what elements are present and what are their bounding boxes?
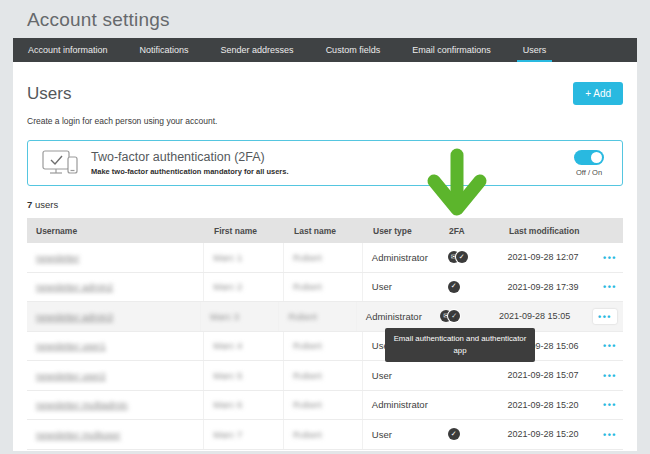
table-row: newsletter admin2 Marc 2 Robert User ✓ 2… bbox=[27, 273, 623, 303]
tab[interactable]: Custom fields bbox=[318, 38, 389, 62]
column-header: First name bbox=[205, 226, 285, 236]
username-cell: newsletter user2 bbox=[27, 361, 204, 390]
ellipsis-icon: ••• bbox=[603, 341, 617, 351]
last-modification-cell: 2021-09-28 12:07 bbox=[498, 252, 594, 262]
settings-card: Users + Add Create a login for each pers… bbox=[13, 62, 637, 451]
last-name-cell: Robert bbox=[284, 332, 363, 361]
tab[interactable]: Users bbox=[515, 38, 555, 62]
first-name-cell: Marc 2 bbox=[204, 273, 284, 302]
table-row: newsletter Marc 1 Robert Administrator ✉… bbox=[27, 243, 623, 273]
username-cell: newsletter user1 bbox=[27, 332, 204, 361]
users-count: 7 users bbox=[27, 199, 623, 210]
row-actions-cell: ••• bbox=[594, 340, 623, 351]
tab[interactable]: Sender addresses bbox=[213, 38, 302, 62]
add-user-button[interactable]: + Add bbox=[573, 82, 623, 105]
username-cell: newsletter multiuser bbox=[27, 420, 204, 449]
table-row: newsletter user2 Marc 5 Robert User 2021… bbox=[27, 361, 623, 391]
tab-bar: Account information Notifications Sender… bbox=[13, 38, 637, 62]
user-type-cell: User bbox=[363, 281, 439, 292]
username-link[interactable]: newsletter admin3 bbox=[36, 311, 113, 322]
twofa-banner: Two-factor authentication (2FA) Make two… bbox=[27, 140, 623, 186]
row-actions-cell: ••• bbox=[594, 399, 623, 410]
row-actions-button[interactable]: ••• bbox=[603, 399, 617, 410]
username-cell: newsletter admin3 bbox=[27, 302, 201, 331]
username-link[interactable]: newsletter user2 bbox=[36, 370, 106, 381]
first-name-cell: Marc 4 bbox=[204, 332, 284, 361]
tab[interactable]: Email confirmations bbox=[404, 38, 499, 62]
toggle-knob bbox=[591, 152, 602, 163]
column-header: User type bbox=[364, 226, 440, 236]
column-header: Username bbox=[27, 226, 205, 236]
last-modification-cell: 2021-09-28 15:05 bbox=[490, 311, 584, 321]
app-auth-icon: ✓ bbox=[456, 251, 468, 263]
page-title: Account settings bbox=[0, 0, 650, 31]
username-cell: newsletter multiadmin bbox=[27, 391, 204, 420]
ellipsis-icon: ••• bbox=[603, 400, 617, 410]
last-modification-cell: 2021-09-28 15:20 bbox=[498, 400, 594, 410]
row-actions-cell: ••• bbox=[594, 370, 623, 381]
ellipsis-icon: ••• bbox=[603, 282, 617, 292]
twofa-subtitle: Make two-factor authentication mandatory… bbox=[91, 167, 289, 176]
user-type-cell: Administrator bbox=[363, 399, 439, 410]
row-actions-button[interactable]: ••• bbox=[593, 309, 617, 324]
username-link[interactable]: newsletter multiadmin bbox=[36, 399, 128, 410]
username-cell: newsletter admin2 bbox=[27, 273, 204, 302]
twofa-title: Two-factor authentication (2FA) bbox=[91, 150, 289, 164]
username-link[interactable]: newsletter multiuser bbox=[36, 429, 120, 440]
tab[interactable]: Notifications bbox=[132, 38, 197, 62]
twofa-enabled-icon: ✓ bbox=[448, 281, 460, 293]
column-header: Last name bbox=[285, 226, 364, 236]
table-row: newsletter multiadmin Marc 6 Robert Admi… bbox=[27, 391, 623, 421]
twofa-tooltip: Email authentication and authenticator a… bbox=[385, 328, 535, 362]
row-actions-button[interactable]: ••• bbox=[603, 340, 617, 351]
row-actions-button[interactable]: ••• bbox=[603, 370, 617, 381]
device-check-icon bbox=[42, 150, 78, 177]
last-name-cell: Robert bbox=[284, 420, 363, 449]
ellipsis-icon: ••• bbox=[603, 371, 617, 381]
row-actions-cell: ••• bbox=[594, 281, 623, 292]
row-actions-cell: ••• bbox=[584, 309, 623, 324]
user-type-cell: User bbox=[363, 370, 439, 381]
ellipsis-icon: ••• bbox=[603, 430, 617, 440]
table-header: UsernameFirst nameLast nameUser type2FAL… bbox=[27, 218, 623, 243]
last-modification-cell: 2021-09-28 15:20 bbox=[498, 429, 594, 439]
row-actions-cell: ••• bbox=[594, 429, 623, 440]
hand-cursor-icon: ☝ bbox=[450, 310, 457, 323]
ellipsis-icon: ••• bbox=[598, 312, 612, 322]
row-actions-button[interactable]: ••• bbox=[603, 429, 617, 440]
username-link[interactable]: newsletter admin2 bbox=[36, 281, 113, 292]
first-name-cell: Marc 6 bbox=[204, 391, 284, 420]
tab[interactable]: Account information bbox=[20, 38, 116, 62]
twofa-cell: ✉✓ bbox=[431, 310, 490, 322]
twofa-enabled-icon: ✓ bbox=[448, 428, 460, 440]
last-name-cell: Robert bbox=[284, 273, 363, 302]
last-name-cell: Robert bbox=[279, 302, 356, 331]
green-arrow-icon bbox=[424, 147, 490, 225]
row-actions-button[interactable]: ••• bbox=[603, 281, 617, 292]
users-count-label: users bbox=[32, 199, 58, 210]
username-cell: newsletter bbox=[27, 243, 204, 272]
user-type-cell: Administrator bbox=[363, 252, 439, 263]
username-link[interactable]: newsletter user1 bbox=[36, 340, 106, 351]
first-name-cell: Marc 5 bbox=[204, 361, 284, 390]
table-row: newsletter admin3 Marc 3 Robert Administ… bbox=[27, 302, 623, 332]
table-row: newsletter multiuser Marc 7 Robert User … bbox=[27, 420, 623, 450]
row-actions-cell: ••• bbox=[594, 252, 623, 263]
ellipsis-icon: ••• bbox=[603, 253, 617, 263]
twofa-cell: ✓ bbox=[439, 281, 499, 293]
first-name-cell: Marc 1 bbox=[204, 243, 284, 272]
section-description: Create a login for each person using you… bbox=[27, 116, 623, 126]
last-name-cell: Robert bbox=[284, 391, 363, 420]
toggle-label: Off / On bbox=[574, 168, 604, 177]
last-modification-cell: 2021-09-28 15:07 bbox=[498, 370, 594, 380]
last-name-cell: Robert bbox=[284, 243, 363, 272]
username-link[interactable]: newsletter bbox=[36, 252, 79, 263]
column-header: Last modification bbox=[500, 226, 596, 236]
last-name-cell: Robert bbox=[284, 361, 363, 390]
twofa-cell: ✉✓ bbox=[439, 251, 499, 263]
first-name-cell: Marc 7 bbox=[204, 420, 284, 449]
twofa-toggle[interactable] bbox=[574, 150, 604, 165]
row-actions-button[interactable]: ••• bbox=[603, 252, 617, 263]
first-name-cell: Marc 3 bbox=[201, 302, 279, 331]
user-type-cell: User bbox=[363, 429, 439, 440]
